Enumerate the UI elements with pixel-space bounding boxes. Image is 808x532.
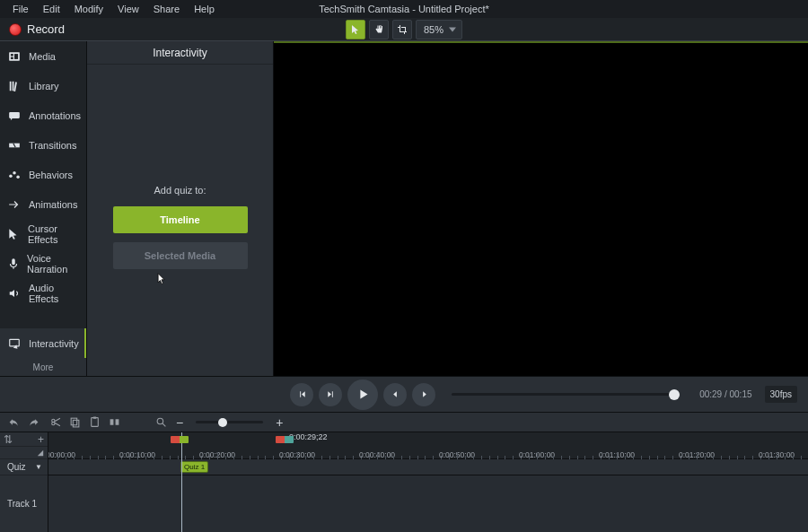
- undo-button[interactable]: [7, 416, 20, 429]
- next-marker-button[interactable]: [412, 383, 435, 406]
- sidebar-item-transitions[interactable]: Transitions: [0, 130, 86, 160]
- sidebar-item-audio-effects[interactable]: Audio Effects: [0, 278, 86, 308]
- track1-lane[interactable]: [48, 475, 808, 532]
- sidebar-item-label: Animations: [29, 199, 77, 210]
- sidebar-item-label: Voice Narration: [27, 253, 86, 275]
- transitions-icon: [7, 139, 22, 152]
- timeline-zoom-out[interactable]: −: [176, 415, 183, 430]
- pan-tool[interactable]: [369, 20, 389, 39]
- play-button[interactable]: [347, 379, 378, 410]
- menu-share[interactable]: Share: [146, 2, 187, 16]
- mouse-cursor-icon: [157, 273, 166, 285]
- paste-button[interactable]: [88, 416, 101, 429]
- select-tool[interactable]: [346, 20, 365, 39]
- svg-rect-15: [73, 420, 79, 427]
- redo-button[interactable]: [27, 416, 40, 429]
- track1-header[interactable]: Track 1: [0, 475, 48, 532]
- sidebar-item-label: Audio Effects: [29, 283, 86, 304]
- marker-row-header[interactable]: [0, 447, 48, 459]
- prev-marker-button[interactable]: [383, 383, 407, 406]
- main-area: Media Library Annotations Transitions Be…: [0, 41, 808, 377]
- record-toolbar: Record 85%: [0, 18, 808, 41]
- library-icon: [7, 80, 22, 92]
- fps-display[interactable]: 30fps: [765, 386, 797, 403]
- paste-icon: [89, 416, 101, 428]
- svg-point-9: [9, 174, 12, 178]
- chevron-left-icon: [391, 389, 400, 399]
- collapse-tracks[interactable]: ⇅: [4, 433, 13, 446]
- record-button[interactable]: Record: [0, 18, 74, 40]
- quiz-marker[interactable]: Quiz 1: [180, 461, 208, 473]
- quiz-track[interactable]: Quiz 1: [48, 459, 808, 475]
- sidebar-item-label: Library: [29, 81, 59, 92]
- copy-button[interactable]: [68, 416, 81, 429]
- record-label: Record: [27, 22, 65, 36]
- quiz-track-label: Quiz: [7, 462, 26, 472]
- svg-rect-14: [71, 418, 77, 425]
- sidebar-item-voice-narration[interactable]: Voice Narration: [0, 249, 86, 278]
- preview-canvas[interactable]: [274, 41, 808, 376]
- interactivity-icon: [7, 337, 22, 350]
- cursor-effects-icon: [7, 228, 21, 240]
- svg-rect-18: [110, 419, 113, 425]
- timeline-tracks[interactable]: 0:00:29;22 0:00:00;000:00:10;000:00:20;0…: [48, 432, 808, 532]
- timeline-ruler[interactable]: 0:00:29;22 0:00:00;000:00:10;000:00:20;0…: [48, 432, 808, 459]
- magnifier-icon: [155, 416, 167, 428]
- sidebar-item-annotations[interactable]: Annotations: [0, 100, 86, 130]
- mic-icon: [7, 257, 20, 270]
- svg-rect-1: [11, 54, 13, 56]
- timeline-track-headers: ⇅ + Quiz ▼ Track 1: [0, 432, 48, 532]
- sidebar-item-behaviors[interactable]: Behaviors: [0, 160, 86, 189]
- svg-point-11: [16, 175, 20, 179]
- svg-rect-3: [14, 54, 18, 59]
- sidebar-more[interactable]: More: [0, 358, 86, 376]
- split-button[interactable]: [108, 416, 120, 429]
- scrubber[interactable]: [452, 393, 674, 396]
- scrub-thumb[interactable]: [669, 389, 680, 400]
- timeline-zoom-thumb[interactable]: [218, 418, 227, 427]
- sidebar-item-cursor-effects[interactable]: Cursor Effects: [0, 219, 86, 249]
- annotations-icon: [7, 109, 22, 122]
- split-icon: [109, 416, 120, 428]
- svg-rect-5: [13, 81, 14, 91]
- timeline-zoom-search[interactable]: [154, 416, 167, 429]
- sidebar-item-label: Media: [29, 51, 56, 62]
- timeline-zoom-slider[interactable]: [196, 421, 263, 423]
- svg-rect-6: [13, 82, 17, 92]
- next-frame-button[interactable]: [319, 383, 342, 406]
- quiz-track-header[interactable]: Quiz ▼: [0, 459, 48, 475]
- record-icon: [9, 23, 22, 36]
- cursor-icon: [350, 24, 361, 35]
- add-track-button[interactable]: +: [38, 433, 44, 446]
- svg-rect-16: [91, 418, 98, 427]
- scrub-track[interactable]: [452, 393, 674, 396]
- sidebar-item-interactivity[interactable]: Interactivity: [0, 328, 86, 358]
- menu-file[interactable]: File: [5, 2, 36, 16]
- add-track-controls: ⇅ +: [0, 432, 48, 447]
- sidebar-item-label: Annotations: [29, 110, 81, 121]
- step-forward-icon: [326, 389, 336, 399]
- svg-rect-13: [10, 339, 20, 346]
- menu-modify[interactable]: Modify: [67, 2, 110, 16]
- sidebar-item-animations[interactable]: Animations: [0, 189, 86, 219]
- sidebar-item-library[interactable]: Library: [0, 71, 86, 100]
- sidebar-item-label: Cursor Effects: [28, 223, 86, 245]
- ruler-label: 0:00:00;00: [48, 450, 75, 459]
- prev-frame-button[interactable]: [290, 383, 313, 406]
- svg-point-20: [157, 418, 163, 424]
- svg-rect-12: [12, 258, 15, 265]
- playhead[interactable]: [181, 432, 182, 532]
- cut-button[interactable]: [48, 416, 61, 429]
- timeline-zoom-in[interactable]: +: [276, 415, 283, 430]
- menu-view[interactable]: View: [110, 2, 146, 16]
- add-quiz-timeline-button[interactable]: Timeline: [113, 206, 248, 233]
- menu-edit[interactable]: Edit: [36, 2, 67, 16]
- interactivity-panel: Interactivity Add quiz to: Timeline Sele…: [87, 41, 274, 376]
- behaviors-icon: [7, 169, 22, 181]
- menu-help[interactable]: Help: [187, 2, 222, 16]
- sidebar-item-media[interactable]: Media: [0, 41, 86, 71]
- canvas-zoom-select[interactable]: 85%: [416, 20, 462, 39]
- svg-rect-7: [9, 111, 20, 118]
- playhead-inout-marker[interactable]: [276, 432, 295, 440]
- crop-tool[interactable]: [392, 20, 412, 39]
